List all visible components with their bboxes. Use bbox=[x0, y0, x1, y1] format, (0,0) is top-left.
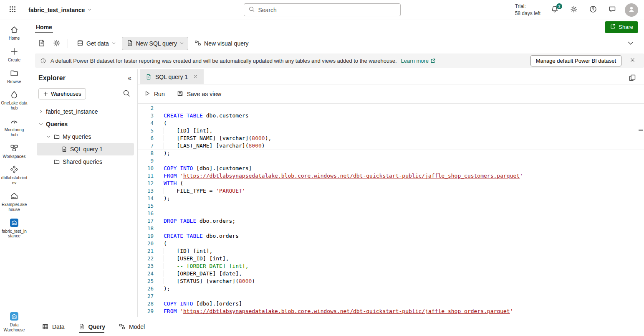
rail-item-label: Workspaces bbox=[3, 154, 26, 159]
new-sql-query-button[interactable]: New SQL query bbox=[122, 37, 188, 50]
new-report-icon bbox=[38, 39, 46, 48]
code-line-8[interactable]: 8); bbox=[138, 150, 644, 157]
code-text: [USER_ID] [int], bbox=[154, 255, 644, 262]
view-tab-data[interactable]: Data bbox=[42, 317, 65, 336]
code-line-3[interactable]: 3CREATE TABLE dbo.customers bbox=[138, 112, 644, 120]
tree-item-sql-query-1[interactable]: SQL query 1 bbox=[37, 143, 134, 155]
sql-code-editor[interactable]: 23CREATE TABLE dbo.customers4(5 [ID] [in… bbox=[138, 104, 644, 317]
code-line-9[interactable]: 9 bbox=[138, 157, 644, 165]
notifications-button[interactable]: 2 bbox=[548, 3, 561, 17]
settings-button[interactable] bbox=[567, 3, 581, 17]
line-number: 8 bbox=[138, 150, 154, 157]
code-line-6[interactable]: 6 [FIRST_NAME] [varchar](8000), bbox=[138, 135, 644, 142]
folder-icon bbox=[53, 133, 60, 140]
view-tab-query[interactable]: Query bbox=[78, 317, 105, 336]
code-line-15[interactable]: 15 bbox=[138, 202, 644, 210]
code-line-13[interactable]: 13 FILE_TYPE = 'PARQUET' bbox=[138, 187, 644, 195]
share-button[interactable]: Share bbox=[605, 21, 638, 33]
rail-item-fabric-test-instance[interactable]: fabric_test_instance bbox=[1, 218, 28, 239]
tree-item-my-queries[interactable]: My queries bbox=[37, 130, 134, 143]
tree-item-fabric-test-instance[interactable]: fabric_test_instance bbox=[37, 105, 134, 118]
code-line-2[interactable]: 2 bbox=[138, 104, 644, 112]
rail-item-dbtlabsfabricdev[interactable]: dbtlabsfabricdev bbox=[1, 165, 28, 186]
workspace-switcher[interactable]: fabric_test_instance bbox=[28, 7, 92, 13]
code-line-18[interactable]: 18 bbox=[138, 225, 644, 232]
get-data-button[interactable]: Get data bbox=[72, 37, 120, 50]
chevron-right-icon[interactable] bbox=[38, 109, 43, 114]
code-line-12[interactable]: 12WITH ( bbox=[138, 180, 644, 187]
code-line-16[interactable]: 16 bbox=[138, 210, 644, 217]
feedback-button[interactable] bbox=[606, 3, 619, 17]
code-line-10[interactable]: 10COPY INTO [dbo].[customers] bbox=[138, 165, 644, 172]
rail-item-browse[interactable]: Browse bbox=[1, 69, 28, 84]
warehouse-settings-button[interactable] bbox=[50, 37, 63, 50]
scrollbar-marker[interactable] bbox=[639, 130, 643, 131]
rail-item-examplelakehouse[interactable]: ExampleLakehouse bbox=[1, 191, 28, 212]
help-button[interactable] bbox=[586, 3, 600, 17]
tree-item-shared-queries[interactable]: Shared queries bbox=[37, 155, 134, 168]
copy-button[interactable] bbox=[626, 71, 639, 85]
explorer-search-button[interactable] bbox=[120, 87, 133, 100]
code-line-17[interactable]: 17DROP TABLE dbo.orders; bbox=[138, 217, 644, 225]
new-visual-query-button[interactable]: New visual query bbox=[190, 37, 253, 50]
explorer-tree: fabric_test_instanceQueriesMy queriesSQL… bbox=[37, 105, 134, 168]
tree-item-queries[interactable]: Queries bbox=[37, 118, 134, 130]
line-number: 27 bbox=[138, 293, 154, 300]
code-line-27[interactable]: 27 bbox=[138, 293, 644, 300]
code-line-14[interactable]: 14); bbox=[138, 195, 644, 202]
code-line-19[interactable]: 19CREATE TABLE dbo.orders bbox=[138, 232, 644, 240]
code-line-11[interactable]: 11FROM 'https://dbtlabsynapsedatalake.bl… bbox=[138, 172, 644, 180]
dataset-info-banner: A default Power BI dataset for faster re… bbox=[35, 53, 644, 68]
help-icon bbox=[589, 5, 597, 15]
rail-item-onelake-data-hub[interactable]: OneLake data hub bbox=[1, 90, 28, 111]
explorer-panel: Explorer « Warehouses fabric_test_instan… bbox=[35, 69, 138, 317]
save-as-view-button[interactable]: Save as view bbox=[177, 90, 221, 98]
editor-tab-sql-query-1[interactable]: SQL query 1 bbox=[140, 69, 204, 84]
run-button[interactable]: Run bbox=[144, 90, 165, 98]
chevron-down-icon[interactable] bbox=[38, 122, 43, 127]
code-line-20[interactable]: 20( bbox=[138, 240, 644, 247]
tab-home[interactable]: Home bbox=[35, 22, 53, 33]
rail-item-monitoring-hub[interactable]: Monitoring hub bbox=[1, 117, 28, 137]
code-line-22[interactable]: 22 [USER_ID] [int], bbox=[138, 255, 644, 262]
line-number: 13 bbox=[138, 187, 154, 195]
code-line-5[interactable]: 5 [ID] [int], bbox=[138, 127, 644, 135]
account-avatar[interactable] bbox=[625, 3, 638, 17]
collapse-explorer-button[interactable]: « bbox=[128, 74, 131, 82]
rail-item-home[interactable]: Home bbox=[1, 25, 28, 41]
code-line-23[interactable]: 23 -- [ORDER_DATE] [int], bbox=[138, 262, 644, 270]
learn-more-link[interactable]: Learn more bbox=[401, 58, 436, 64]
manage-dataset-button[interactable]: Manage default Power BI dataset bbox=[530, 55, 621, 66]
search-input[interactable] bbox=[258, 7, 396, 13]
new-report-button[interactable] bbox=[35, 37, 48, 50]
line-number: 15 bbox=[138, 202, 154, 210]
code-text bbox=[154, 293, 644, 300]
banner-close-button[interactable] bbox=[626, 54, 639, 67]
rail-item-workspaces[interactable]: Workspaces bbox=[1, 143, 28, 159]
line-number: 28 bbox=[138, 300, 154, 308]
code-line-7[interactable]: 7 [LAST_NAME] [varchar](8000) bbox=[138, 142, 644, 150]
code-line-21[interactable]: 21 [ID] [int], bbox=[138, 247, 644, 255]
chevron-down-icon bbox=[179, 40, 184, 47]
code-line-24[interactable]: 24 [ORDER_DATE] [date], bbox=[138, 270, 644, 277]
query-editor-area: SQL query 1 Run bbox=[138, 69, 644, 317]
view-tab-model[interactable]: Model bbox=[119, 317, 145, 336]
rail-item-data-warehouse[interactable]: Data Warehouse bbox=[1, 312, 28, 333]
close-tab-button[interactable] bbox=[191, 73, 200, 81]
code-line-28[interactable]: 28COPY INTO [dbo].[orders] bbox=[138, 300, 644, 308]
rail-item-create[interactable]: Create bbox=[1, 47, 28, 63]
chevron-down-icon[interactable] bbox=[46, 134, 51, 139]
line-number: 11 bbox=[138, 172, 154, 180]
warehouse-icon bbox=[10, 218, 19, 227]
code-line-26[interactable]: 26); bbox=[138, 285, 644, 293]
line-number: 19 bbox=[138, 232, 154, 240]
add-warehouses-button[interactable]: Warehouses bbox=[38, 88, 86, 99]
sql-query-icon bbox=[126, 39, 134, 48]
line-number: 7 bbox=[138, 142, 154, 150]
global-search[interactable] bbox=[244, 3, 401, 16]
code-line-29[interactable]: 29FROM 'https://dbtlabsynapsedatalake.bl… bbox=[138, 308, 644, 315]
ribbon-collapse-button[interactable] bbox=[624, 37, 637, 50]
code-line-25[interactable]: 25 [STATUS] [varchar](8000) bbox=[138, 277, 644, 285]
app-launcher-button[interactable] bbox=[6, 3, 19, 17]
code-line-4[interactable]: 4( bbox=[138, 120, 644, 127]
